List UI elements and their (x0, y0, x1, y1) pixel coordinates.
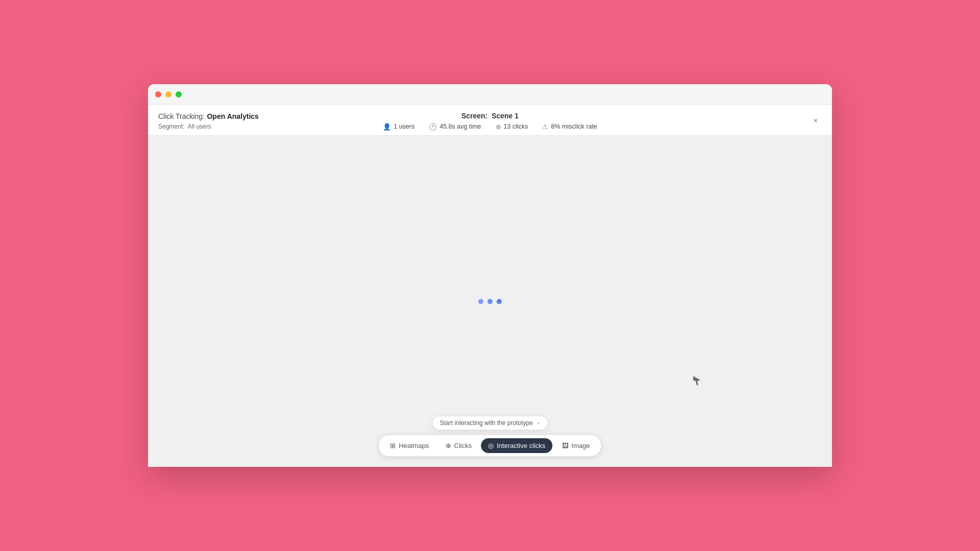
tooltip-text: Start interacting with the prototype (440, 419, 533, 427)
users-icon: 👤 (383, 123, 391, 131)
stats-row: 👤 1 users 🕐 45.8s avg time ⊕ 13 clicks ⚠… (383, 123, 597, 131)
segment-info: Segment: All users (158, 123, 259, 130)
stat-users: 👤 1 users (383, 123, 414, 131)
tab-interactive-clicks[interactable]: ◎ Interactive clicks (481, 438, 552, 453)
screen-name: Scene 1 (492, 112, 519, 120)
loading-indicator (478, 299, 502, 304)
tab-heatmaps[interactable]: ⊞ Heatmaps (383, 438, 436, 453)
segment-label: Segment: (158, 123, 184, 130)
segment-value: All users (188, 123, 211, 130)
clock-icon: 🕐 (429, 123, 437, 131)
interactive-icon: ◎ (488, 442, 494, 449)
stat-avg-time: 🕐 45.8s avg time (429, 123, 481, 131)
tab-clicks[interactable]: ⊕ Clicks (438, 438, 479, 453)
close-dot[interactable] (155, 91, 161, 97)
traffic-lights (155, 91, 182, 97)
title-app: Open Analytics (207, 112, 258, 120)
cursor-indicator (693, 376, 699, 385)
app-title: Click Tracking: Open Analytics (158, 112, 259, 121)
title-prefix: Click Tracking: (158, 112, 205, 120)
screen-title: Screen: Scene 1 (383, 112, 597, 120)
click-icon: ⊕ (496, 123, 501, 131)
tab-bar: ⊞ Heatmaps ⊕ Clicks ◎ Interactive clicks… (378, 435, 601, 457)
header: Click Tracking: Open Analytics Segment: … (148, 105, 832, 136)
clicks-tab-icon: ⊕ (446, 442, 451, 449)
main-window: Click Tracking: Open Analytics Segment: … (148, 84, 832, 467)
tooltip-close-button[interactable]: × (537, 420, 540, 426)
prototype-tooltip: Start interacting with the prototype × (432, 416, 548, 430)
loading-dot-3 (497, 299, 502, 304)
image-tab-icon: 🖼 (562, 442, 569, 449)
avg-time-value: 45.8s avg time (439, 123, 481, 130)
maximize-dot[interactable] (176, 91, 182, 97)
tab-image[interactable]: 🖼 Image (555, 438, 597, 453)
minimize-dot[interactable] (165, 91, 172, 97)
main-content: Start interacting with the prototype × ⊞… (148, 136, 832, 467)
misclick-icon: ⚠ (542, 123, 548, 131)
image-label: Image (572, 442, 590, 449)
clicks-label: Clicks (454, 442, 472, 449)
stat-misclick: ⚠ 8% misclick rate (542, 123, 597, 131)
clicks-value: 13 clicks (504, 123, 528, 130)
stat-clicks: ⊕ 13 clicks (496, 123, 528, 131)
close-icon[interactable]: × (810, 115, 822, 127)
misclick-value: 8% misclick rate (551, 123, 597, 130)
screen-label: Screen: (461, 112, 487, 120)
loading-dot-1 (478, 299, 483, 304)
users-count: 1 users (394, 123, 414, 130)
heatmaps-icon: ⊞ (390, 442, 396, 449)
interactive-clicks-label: Interactive clicks (497, 442, 545, 449)
close-button[interactable]: × (810, 115, 822, 127)
heatmaps-label: Heatmaps (399, 442, 429, 449)
loading-dot-2 (487, 299, 493, 304)
title-bar (148, 84, 832, 105)
